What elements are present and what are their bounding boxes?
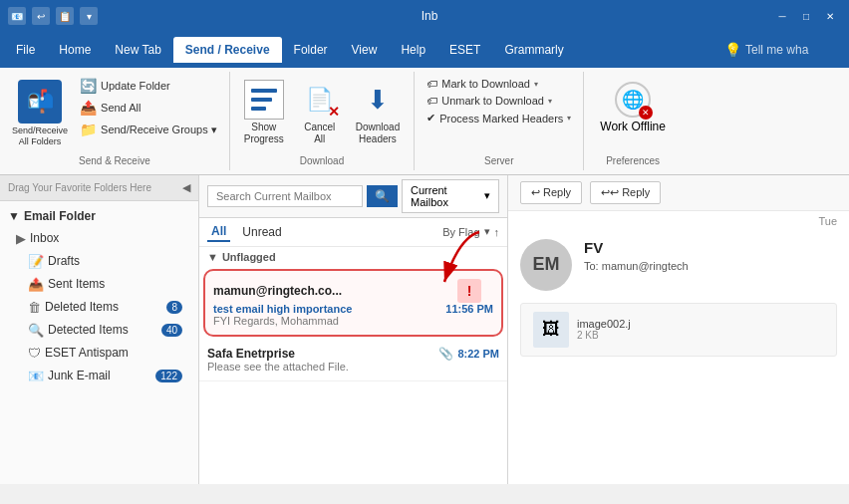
attachment-preview[interactable]: 🖼 image002.j 2 KB (520, 303, 837, 357)
download-group-label: Download (300, 155, 344, 166)
detected-items-badge: 40 (161, 324, 182, 337)
email-folder-label: Email Folder (24, 209, 96, 223)
sidebar-item-eset-antispam[interactable]: 🛡 ESET Antispam (0, 342, 198, 365)
mark-download-icon: 🏷 (426, 78, 437, 90)
work-offline-label: Work Offline (600, 120, 666, 133)
email-filter-bar: All Unread By Flag ▾ ↑ (199, 218, 507, 247)
sidebar-item-sent-items[interactable]: 📤 Sent Items (0, 273, 198, 296)
mark-to-download-label: Mark to Download (441, 78, 530, 90)
reading-pane: ↩ Reply ↩↩ Reply Tue EM FV To: mamun@rin… (508, 175, 849, 484)
menu-new-tab[interactable]: New Tab (103, 37, 172, 63)
email-subject-row: test email high importance 11:56 PM (213, 303, 493, 315)
send-receive-secondary-buttons: 🔄 Update Folder 📤 Send All 📁 Send/Receiv… (76, 76, 221, 139)
drafts-icon: 📝 (28, 254, 44, 269)
menu-home[interactable]: Home (47, 37, 103, 63)
process-marked-button[interactable]: ✔ Process Marked Headers ▾ (423, 110, 575, 126)
title-bar-icons: 📧 ↩ 📋 ▾ (8, 7, 98, 25)
sent-icon: 📤 (28, 277, 44, 292)
send-all-icon: 📤 (80, 100, 97, 116)
send-receive-all-folders-button[interactable]: 📬 Send/ReceiveAll Folders (8, 76, 72, 151)
send-all-button[interactable]: 📤 Send All (76, 98, 221, 118)
safa-preview: Please see the attached File. (207, 361, 499, 373)
preferences-group-content: 🌐 ✕ Work Offline (592, 76, 674, 151)
preferences-group-label: Preferences (606, 155, 660, 166)
search-input[interactable] (207, 185, 363, 207)
sort-dropdown-arrow[interactable]: ▾ (484, 225, 490, 238)
attachment-size: 2 KB (577, 330, 631, 341)
attachment-thumbnail: 🖼 (533, 312, 569, 348)
email-groups-container: ▼ Unflagged mamun@ringtech.co... ! (199, 247, 507, 381)
cancel-all-button[interactable]: 📄 ✕ CancelAll (294, 76, 346, 149)
show-progress-button[interactable]: ShowProgress (238, 76, 290, 149)
lightbulb-icon: 💡 (724, 42, 741, 58)
email-content: mamun@ringtech.co... ! test email high i… (213, 279, 493, 327)
mark-dropdown-arrow: ▾ (534, 80, 538, 89)
email-list-panel: 🔍 Current Mailbox ▾ All Unread By Flag ▾… (199, 175, 508, 484)
mailbox-label: Current Mailbox (411, 184, 482, 208)
drafts-label: Drafts (48, 254, 80, 268)
email-header-row: mamun@ringtech.co... ! (213, 279, 493, 303)
work-offline-icon: 🌐 ✕ (615, 82, 651, 118)
menu-send-receive[interactable]: Send / Receive (173, 37, 282, 63)
sort-direction-arrow[interactable]: ↑ (494, 226, 500, 238)
menu-eset[interactable]: ESET (437, 37, 492, 63)
sidebar-collapse-arrow[interactable]: ◀ (182, 181, 190, 194)
undo-icon[interactable]: ↩ (32, 7, 50, 25)
mailbox-dropdown[interactable]: Current Mailbox ▾ (402, 179, 499, 213)
sidebar-search[interactable]: Drag Your Favorite Folders Here ◀ (0, 175, 198, 201)
tell-me-input[interactable] (745, 43, 845, 57)
main-layout: Drag Your Favorite Folders Here ◀ ▼ Emai… (0, 175, 849, 484)
sidebar-item-inbox[interactable]: ▶ Inbox (0, 227, 198, 250)
search-button[interactable]: 🔍 (367, 185, 398, 207)
email-sender: mamun@ringtech.co... (213, 284, 342, 298)
search-bar: 🔍 Current Mailbox ▾ (199, 175, 507, 218)
dropdown-icon[interactable]: ▾ (80, 7, 98, 25)
download-headers-button[interactable]: ⬇ DownloadHeaders (350, 76, 406, 149)
sidebar-search-text: Drag Your Favorite Folders Here (8, 182, 151, 193)
filter-unread-button[interactable]: Unread (238, 223, 285, 241)
email-item-safa[interactable]: Safa Enetrprise 📎 8:22 PM Please see the… (199, 339, 507, 381)
sidebar-item-deleted-items[interactable]: 🗑 Deleted Items 8 (0, 296, 198, 319)
reading-toolbar: ↩ Reply ↩↩ Reply (508, 175, 849, 211)
safa-time: 8:22 PM (457, 348, 499, 360)
minimize-button[interactable]: ─ (771, 7, 793, 25)
highlighted-email-container: mamun@ringtech.co... ! test email high i… (203, 269, 503, 337)
reply-all-button[interactable]: ↩↩ Reply (590, 181, 661, 204)
reply-button[interactable]: ↩ Reply (520, 181, 582, 204)
email-item-mamun[interactable]: mamun@ringtech.co... ! test email high i… (205, 271, 501, 335)
send-receive-groups-button[interactable]: 📁 Send/Receive Groups ▾ (76, 120, 221, 139)
folder-collapse-icon: ▼ (8, 209, 20, 223)
email-folder-section[interactable]: ▼ Email Folder (0, 205, 198, 227)
sidebar-item-drafts[interactable]: 📝 Drafts (0, 250, 198, 273)
ribbon-group-preferences: 🌐 ✕ Work Offline Preferences (584, 72, 682, 170)
menu-help[interactable]: Help (389, 37, 437, 63)
menu-file[interactable]: File (4, 37, 47, 63)
unmark-to-download-button[interactable]: 🏷 Unmark to Download ▾ (423, 93, 575, 109)
close-button[interactable]: ✕ (819, 7, 841, 25)
menu-view[interactable]: View (340, 37, 390, 63)
importance-icon: ! (457, 279, 481, 303)
sidebar-item-junk-email[interactable]: 📧 Junk E-mail 122 (0, 365, 198, 387)
reading-subject: FV (584, 239, 837, 256)
junk-icon: 📧 (28, 369, 44, 383)
update-folder-button[interactable]: 🔄 Update Folder (76, 76, 221, 96)
process-marked-icon: ✔ (426, 112, 435, 125)
mark-to-download-button[interactable]: 🏷 Mark to Download ▾ (423, 76, 575, 92)
eset-icon: 🛡 (28, 346, 41, 361)
menu-grammarly[interactable]: Grammarly (492, 37, 575, 63)
work-offline-button[interactable]: 🌐 ✕ Work Offline (592, 76, 674, 139)
folder-list: ▼ Email Folder ▶ Inbox 📝 Drafts 📤 Sent I… (0, 201, 198, 484)
junk-email-badge: 122 (155, 370, 182, 382)
deleted-items-badge: 8 (166, 301, 182, 314)
clipboard-icon: 📋 (56, 7, 74, 25)
menu-folder[interactable]: Folder (282, 37, 340, 63)
filter-all-button[interactable]: All (207, 222, 230, 242)
detected-icon: 🔍 (28, 323, 44, 338)
sidebar-item-detected-items[interactable]: 🔍 Detected Items 40 (0, 319, 198, 342)
ribbon-group-server: 🏷 Mark to Download ▾ 🏷 Unmark to Downloa… (415, 72, 584, 170)
email-header-area: EM FV To: mamun@ringtech (508, 231, 849, 299)
offline-x-badge: ✕ (639, 106, 653, 120)
avatar: EM (520, 239, 572, 291)
send-receive-group-label: Send & Receive (79, 155, 150, 166)
maximize-button[interactable]: □ (795, 7, 817, 25)
